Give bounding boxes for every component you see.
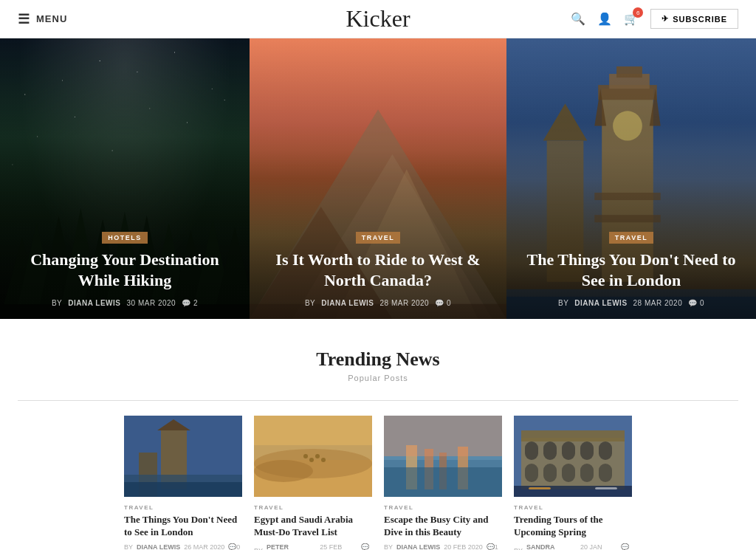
svg-rect-57 [525, 441, 538, 460]
svg-point-42 [309, 458, 314, 462]
hero-title-1: Changing Your Destination While Hiking [15, 250, 235, 292]
trending-card-title-1: The Things You Don't Need to See in Lond… [124, 514, 242, 539]
header-right: 🔍 👤 🛒 6 ✈ SUBSCRIBE [571, 9, 738, 29]
trending-cat-3: TRAVEL [384, 504, 502, 511]
svg-rect-69 [595, 487, 617, 489]
trending-section: Trending News Popular Posts TRAVEL [0, 319, 756, 550]
send-icon: ✈ [662, 14, 669, 24]
hero-item-2[interactable]: TRAVEL Is It Worth to Ride to West & Nor… [250, 38, 506, 319]
hero-category-2: TRAVEL [356, 232, 400, 244]
menu-label: MENU [36, 13, 67, 24]
trending-card-title-4: Trending Tours of the Upcoming Spring [514, 514, 632, 539]
header: ☰ MENU Kicker 🔍 👤 🛒 6 ✈ SUBSCRIBE [0, 0, 756, 38]
trending-card-4[interactable]: TRAVEL Trending Tours of the Upcoming Sp… [514, 416, 632, 550]
svg-rect-60 [580, 441, 594, 460]
trending-thumb-4 [514, 416, 632, 497]
svg-rect-65 [580, 464, 594, 482]
trending-meta-4: BY SANDRA JONES 20 JAN 2020 💬0 [514, 543, 632, 550]
trending-title: Trending News [18, 348, 738, 371]
svg-rect-68 [529, 487, 551, 489]
trending-cat-2: TRAVEL [254, 504, 372, 511]
cart-icon[interactable]: 🛒 6 [624, 12, 639, 26]
trending-cat-1: TRAVEL [124, 504, 242, 511]
hero-grid: HOTELS Changing Your Destination While H… [0, 38, 756, 319]
svg-rect-58 [543, 441, 557, 460]
trending-subtitle: Popular Posts [18, 374, 738, 382]
hero-category-3: TRAVEL [609, 232, 653, 244]
trending-thumb-2 [254, 416, 372, 497]
svg-rect-45 [254, 416, 372, 445]
menu-button[interactable]: ☰ MENU [18, 11, 67, 27]
svg-rect-53 [384, 467, 502, 497]
svg-rect-62 [525, 464, 538, 482]
hero-meta-2: BY DIANA LEWIS 28 MAR 2020 💬 0 [264, 299, 492, 307]
trending-meta-2: BY PETER PARKER 25 FEB 2020 💬0 [254, 543, 372, 550]
hero-title-3: The Things You Don't Need to See in Lond… [521, 250, 741, 292]
svg-rect-63 [543, 464, 557, 482]
site-logo[interactable]: Kicker [346, 5, 410, 32]
svg-rect-66 [599, 464, 612, 482]
trending-meta-1: BY DIANA LEWIS 26 MAR 2020 💬0 [124, 543, 242, 550]
subscribe-button[interactable]: ✈ SUBSCRIBE [650, 9, 738, 29]
hero-title-2: Is It Worth to Ride to West & North Cana… [264, 250, 492, 292]
trending-cat-4: TRAVEL [514, 504, 632, 511]
hero-content-1: HOTELS Changing Your Destination While H… [0, 218, 250, 319]
user-icon[interactable]: 👤 [597, 12, 612, 26]
svg-rect-59 [562, 441, 575, 460]
trending-card-2[interactable]: TRAVEL Egypt and Saudi Arabia Must-Do Tr… [254, 416, 372, 550]
hero-content-3: TRAVEL The Things You Don't Need to See … [506, 218, 756, 319]
svg-point-41 [303, 454, 308, 458]
hero-category-1: HOTELS [102, 232, 148, 244]
svg-point-43 [315, 454, 320, 458]
trending-card-title-2: Egypt and Saudi Arabia Must-Do Travel Li… [254, 514, 372, 539]
svg-rect-61 [599, 441, 612, 460]
cart-badge: 6 [633, 7, 643, 18]
svg-point-44 [321, 458, 326, 462]
hero-meta-3: BY DIANA LEWIS 28 MAR 2020 💬 0 [521, 299, 741, 307]
trending-card-1[interactable]: TRAVEL The Things You Don't Need to See … [124, 416, 242, 550]
hero-item-1[interactable]: HOTELS Changing Your Destination While H… [0, 38, 250, 319]
hero-content-2: TRAVEL Is It Worth to Ride to West & Nor… [250, 218, 506, 319]
svg-rect-36 [124, 482, 242, 497]
trending-thumb-1 [124, 416, 242, 497]
trending-card-3[interactable]: TRAVEL Escape the Busy City and Dive in … [384, 416, 502, 550]
svg-rect-52 [384, 416, 502, 456]
trending-divider [18, 400, 738, 401]
svg-rect-64 [562, 464, 575, 482]
search-icon[interactable]: 🔍 [571, 12, 585, 26]
hero-meta-1: BY DIANA LEWIS 30 MAR 2020 💬 2 [15, 299, 235, 307]
trending-meta-3: BY DIANA LEWIS 20 FEB 2020 💬1 [384, 543, 502, 550]
svg-rect-56 [521, 430, 625, 441]
trending-card-title-3: Escape the Busy City and Dive in this Be… [384, 514, 502, 539]
menu-icon: ☰ [18, 11, 30, 27]
trending-header: Trending News Popular Posts [18, 348, 738, 382]
trending-thumb-3 [384, 416, 502, 497]
hero-item-3[interactable]: TRAVEL The Things You Don't Need to See … [506, 38, 756, 319]
svg-point-40 [254, 460, 313, 482]
trending-grid: TRAVEL The Things You Don't Need to See … [18, 416, 738, 550]
